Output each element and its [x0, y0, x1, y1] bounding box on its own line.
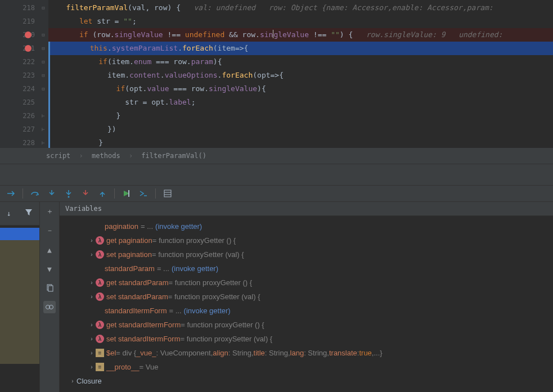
variable-row[interactable]: standardParam = ... (invoke getter) [60, 262, 553, 276]
expand-icon[interactable]: › [88, 346, 96, 360]
run-to-cursor-icon[interactable] [120, 187, 133, 200]
variable-name: set standardParam [106, 290, 168, 304]
evaluate-expression-icon[interactable] [137, 187, 150, 200]
step-into-icon[interactable] [45, 187, 59, 200]
step-out-icon[interactable] [96, 187, 109, 200]
variable-name: $el [106, 346, 116, 360]
variable-value: = function proxySetter (val) { [181, 332, 273, 346]
frames-column: ↓ [0, 202, 39, 392]
line-number: 219 [23, 15, 35, 28]
line-number: 228 [23, 136, 35, 148]
trace-icon[interactable] [161, 187, 174, 200]
variable-row[interactable]: ›≡$el = div {_vue_: VueComponent,align: … [60, 346, 553, 360]
breadcrumb[interactable]: script › methods › filterParamVal() [0, 148, 553, 164]
variable-row[interactable]: ›λset standardParam = function proxySett… [60, 290, 553, 304]
inline-hint: val: undefined row: Object {name: Access… [194, 3, 493, 12]
fold-toggle[interactable]: ⊟ [38, 1, 48, 15]
expand-icon[interactable]: › [88, 318, 96, 332]
down-icon[interactable]: ▼ [43, 263, 56, 275]
expand-icon[interactable]: › [88, 360, 96, 374]
expand-icon[interactable]: › [69, 374, 77, 388]
expand-icon[interactable]: › [88, 233, 96, 247]
variable-row[interactable]: ›≡__proto__ = Vue [60, 360, 553, 374]
lambda-icon: λ [96, 292, 104, 301]
step-over-icon[interactable] [28, 187, 42, 200]
invoke-getter-link[interactable]: (invoke getter) [172, 262, 218, 276]
sort-icon[interactable]: ↓ [7, 209, 11, 218]
copy-icon[interactable] [43, 282, 56, 294]
variable-row[interactable]: ›λget pagination = function proxyGetter … [60, 233, 553, 247]
variable-name: get standardItermForm [106, 318, 181, 332]
fold-column: ⊟ ⊟ ⊟ ⊟ ⊟ ⊟ ⊢ ⊢ ⊢ [38, 0, 48, 148]
breakpoint-icon[interactable] [25, 45, 32, 52]
inline-hint: row.singleValue: 9 undefined: [366, 30, 503, 39]
variable-name: standardItermForm [105, 304, 167, 318]
variable-row[interactable]: standardItermForm = ... (invoke getter) [60, 304, 553, 318]
variable-row[interactable]: ›λget standardItermForm = function proxy… [60, 318, 553, 332]
object-icon: ≡ [96, 363, 104, 371]
svg-point-0 [68, 196, 70, 198]
show-execution-icon[interactable] [4, 187, 17, 200]
line-number: 218 [23, 1, 35, 15]
lambda-icon: λ [96, 250, 104, 259]
variable-row[interactable]: ›λset pagination = function proxySetter … [60, 247, 553, 262]
breakpoint-icon[interactable] [25, 31, 32, 38]
variable-name: get standardParam [106, 276, 169, 290]
expand-icon[interactable]: › [88, 276, 96, 290]
expand-icon[interactable]: › [88, 290, 96, 304]
object-icon: ≡ [96, 349, 104, 357]
line-number: 224 [23, 82, 35, 96]
expand-icon[interactable]: › [88, 332, 96, 346]
line-gutter: 218 219 220 221 222 223 224 225 226 227 … [0, 0, 38, 148]
breadcrumb-item[interactable]: methods [92, 152, 120, 160]
code-editor: 218 219 220 221 222 223 224 225 226 227 … [0, 0, 553, 148]
expand-icon[interactable]: › [88, 247, 96, 262]
breadcrumb-item[interactable]: filterParamVal() [141, 152, 206, 160]
closure-label: Closure [77, 374, 102, 388]
variables-title: Variables [60, 202, 553, 216]
svg-rect-2 [164, 190, 171, 197]
invoke-getter-link[interactable]: (invoke getter) [155, 219, 202, 233]
vars-toolbar: ＋ － ▲ ▼ [39, 202, 60, 392]
variable-name: __proto__ [106, 360, 140, 374]
variable-value: = function proxySetter (val) { [168, 290, 260, 304]
frame-selected[interactable] [0, 228, 39, 240]
debug-pane: ↓ ＋ － ▲ ▼ Variables pagination = ... (in… [0, 202, 553, 392]
force-step-into-red-icon[interactable] [79, 187, 92, 200]
separator [23, 188, 23, 199]
line-number: 227 [23, 123, 35, 136]
variable-row[interactable]: ›λset standardItermForm = function proxy… [60, 332, 553, 346]
fold-toggle[interactable]: ⊟ [38, 55, 48, 69]
remove-watch-icon[interactable]: － [43, 224, 56, 237]
invoke-getter-link[interactable]: (invoke getter) [184, 304, 231, 318]
variable-row[interactable]: pagination = ... (invoke getter) [60, 219, 553, 233]
fold-toggle[interactable]: ⊟ [38, 42, 48, 55]
frames-list[interactable] [0, 226, 39, 392]
variable-value: = function proxySetter (val) { [152, 247, 244, 262]
variable-row[interactable]: ›λget standardParam = function proxyGett… [60, 276, 553, 290]
variable-name: set pagination [106, 247, 152, 262]
fold-toggle[interactable]: ⊟ [38, 69, 48, 82]
force-step-into-icon[interactable] [62, 187, 75, 200]
filter-icon[interactable] [25, 209, 33, 218]
variable-name: set standardItermForm [106, 332, 181, 346]
add-watch-icon[interactable]: ＋ [43, 205, 56, 218]
watches-icon[interactable] [43, 301, 56, 313]
lambda-icon: λ [96, 278, 104, 287]
code-area[interactable]: filterParamVal(val, row) { val: undefine… [48, 0, 553, 148]
line-number: 223 [23, 69, 35, 82]
separator [114, 188, 115, 199]
fold-end: ⊢ [38, 123, 48, 136]
debug-toolbar [0, 185, 553, 202]
chevron-right-icon: › [79, 152, 83, 160]
closure-row[interactable]: ›Closure [60, 374, 553, 388]
variables-tree[interactable]: pagination = ... (invoke getter)›λget pa… [60, 216, 553, 392]
fold-toggle[interactable]: ⊟ [38, 82, 48, 96]
frame-item[interactable] [0, 240, 39, 364]
fold-end: ⊢ [38, 109, 48, 123]
lambda-icon: λ [96, 236, 104, 245]
fold-toggle[interactable]: ⊟ [38, 28, 48, 42]
up-icon[interactable]: ▲ [43, 244, 56, 256]
breadcrumb-item[interactable]: script [46, 152, 70, 160]
line-number: 222 [23, 55, 35, 69]
